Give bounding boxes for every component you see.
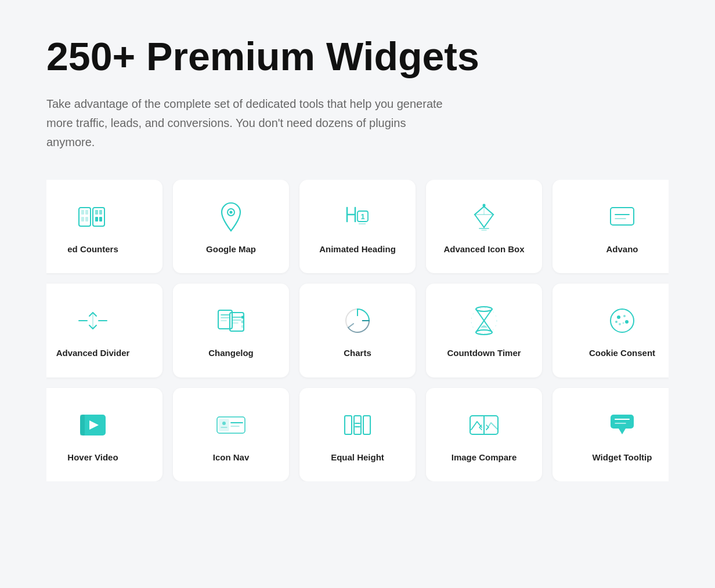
- svg-point-11: [230, 210, 233, 213]
- svg-marker-71: [619, 429, 626, 434]
- widget-label: Countdown Timer: [447, 347, 521, 359]
- equal-height-icon: [341, 409, 374, 441]
- svg-point-36: [241, 321, 244, 324]
- widget-card-image-compare[interactable]: Image Compare: [426, 388, 542, 482]
- widget-card-icon-nav[interactable]: Icon Nav: [173, 388, 289, 482]
- svg-rect-8: [95, 217, 98, 222]
- hero-title: 250+ Premium Widgets: [46, 35, 669, 78]
- widget-label: ed Counters: [67, 244, 118, 255]
- advanced-extra-icon: [606, 201, 638, 233]
- widget-card-animated-heading[interactable]: 1 Animated Heading: [299, 180, 416, 274]
- widget-card-advanced-extra[interactable]: Advano: [552, 180, 669, 274]
- widget-label: Equal Height: [331, 452, 384, 463]
- hero-description: Take advantage of the complete set of de…: [46, 95, 453, 152]
- svg-point-49: [623, 315, 626, 317]
- image-compare-icon: [468, 409, 500, 441]
- svg-point-18: [483, 204, 486, 206]
- hover-video-icon: [77, 409, 109, 441]
- svg-rect-1: [81, 210, 84, 215]
- svg-rect-5: [93, 208, 104, 226]
- widget-label: Advano: [606, 244, 638, 255]
- svg-rect-70: [611, 415, 634, 429]
- svg-rect-9: [99, 217, 102, 222]
- page-wrapper: 250+ Premium Widgets Take advantage of t…: [0, 0, 715, 504]
- widget-card-charts[interactable]: Charts: [299, 284, 416, 378]
- widget-tooltip-icon: [606, 409, 638, 441]
- svg-rect-64: [354, 416, 361, 434]
- svg-rect-3: [81, 217, 84, 222]
- charts-icon: [341, 304, 374, 337]
- widget-label: Advanced Divider: [56, 347, 130, 359]
- svg-rect-4: [85, 217, 88, 222]
- widget-card-countdown-timer[interactable]: Countdown Timer: [426, 284, 542, 378]
- svg-rect-56: [80, 415, 85, 435]
- widget-card-google-map[interactable]: Google Map: [173, 180, 289, 274]
- advanced-icon-box-icon: [468, 201, 500, 233]
- advanced-divider-icon: [77, 304, 109, 337]
- widget-label: Advanced Icon Box: [443, 244, 524, 255]
- widget-label: Google Map: [206, 244, 256, 255]
- widget-label: Hover Video: [67, 452, 118, 463]
- svg-point-47: [611, 309, 634, 332]
- svg-point-53: [615, 321, 618, 323]
- svg-rect-63: [345, 416, 352, 434]
- animated-counters-icon: [77, 201, 109, 233]
- svg-rect-65: [363, 416, 370, 434]
- svg-point-39: [353, 316, 362, 325]
- svg-point-52: [623, 322, 624, 324]
- widget-card-widget-tooltip[interactable]: Widget Tooltip: [552, 388, 669, 482]
- svg-text:1: 1: [360, 212, 364, 221]
- cookie-consent-icon: [606, 304, 638, 337]
- svg-point-59: [222, 422, 226, 425]
- icon-nav-icon: [215, 409, 247, 441]
- widget-label: Charts: [344, 347, 371, 359]
- svg-point-37: [241, 325, 244, 328]
- countdown-timer-icon: [468, 304, 500, 337]
- widget-card-advanced-icon-box[interactable]: Advanced Icon Box: [426, 180, 542, 274]
- widget-label: Animated Heading: [319, 244, 396, 255]
- changelog-icon: [215, 304, 247, 337]
- widget-card-hover-video[interactable]: Hover Video: [46, 388, 162, 482]
- widget-card-cookie-consent[interactable]: Cookie Consent: [552, 284, 669, 378]
- svg-point-35: [241, 316, 244, 319]
- widget-label: Cookie Consent: [589, 347, 655, 359]
- widget-label: Changelog: [208, 347, 254, 359]
- widget-label: Widget Tooltip: [593, 452, 652, 463]
- svg-rect-2: [85, 210, 88, 215]
- widgets-grid: ed Counters Google Map 1: [46, 180, 669, 482]
- google-map-icon: [215, 201, 247, 233]
- widget-label: Image Compare: [452, 452, 517, 463]
- widget-card-changelog[interactable]: Changelog: [173, 284, 289, 378]
- widget-card-advanced-divider[interactable]: Advanced Divider: [46, 284, 162, 378]
- widget-card-animated-counters[interactable]: ed Counters: [46, 180, 162, 274]
- animated-heading-icon: 1: [341, 201, 374, 233]
- svg-point-51: [619, 323, 621, 325]
- svg-rect-21: [611, 208, 634, 225]
- widget-card-equal-height[interactable]: Equal Height: [299, 388, 416, 482]
- svg-rect-7: [99, 210, 102, 215]
- svg-rect-6: [95, 210, 98, 215]
- widget-label: Icon Nav: [213, 452, 250, 463]
- svg-point-48: [617, 315, 620, 319]
- svg-rect-0: [79, 208, 91, 226]
- svg-point-50: [625, 320, 629, 324]
